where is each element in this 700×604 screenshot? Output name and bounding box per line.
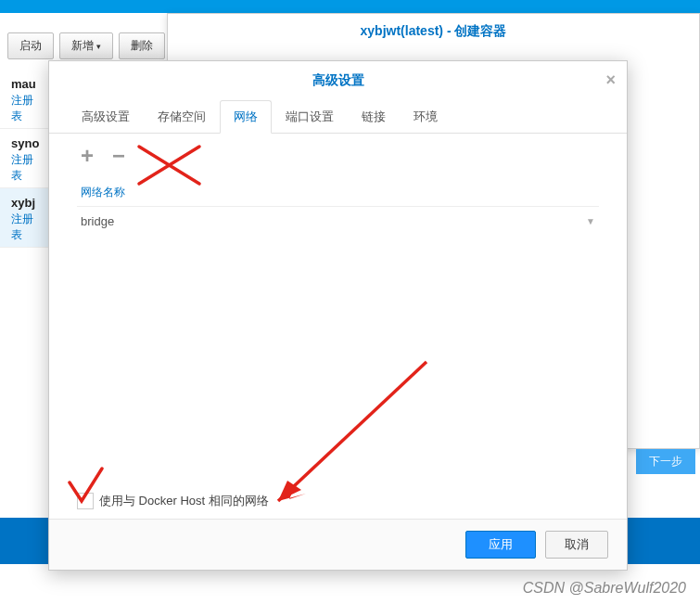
checkbox[interactable] — [77, 493, 94, 509]
item-sub: 注册表 — [11, 93, 37, 124]
watermark: CSDN @SabreWulf2020 — [523, 580, 686, 597]
advanced-settings-dialog: 高级设置 × 高级设置 存储空间 网络 端口设置 链接 环境 + − 网络名称 … — [48, 60, 628, 571]
cancel-button[interactable]: 取消 — [545, 531, 608, 559]
app-top-bar — [0, 0, 700, 13]
network-row[interactable]: bridge ▼ — [77, 207, 599, 236]
tab-links[interactable]: 链接 — [348, 100, 400, 134]
image-list: mau 注册表 syno 注册表 xybj 注册表 — [0, 70, 48, 248]
tab-advanced[interactable]: 高级设置 — [68, 100, 144, 134]
item-sub: 注册表 — [11, 152, 37, 184]
start-button[interactable]: 启动 — [7, 32, 54, 59]
plus-icon[interactable]: + — [77, 148, 97, 168]
tab-ports[interactable]: 端口设置 — [272, 100, 348, 134]
column-header-network: 网络名称 — [77, 179, 599, 207]
add-remove-bar: + − — [77, 148, 599, 168]
dialog-footer: 应用 取消 — [49, 519, 627, 570]
list-item[interactable]: mau 注册表 — [0, 70, 48, 129]
checkbox-label: 使用与 Docker Host 相同的网络 — [99, 493, 269, 509]
main-toolbar: 启动 新增 删除 — [7, 32, 165, 59]
chevron-down-icon[interactable]: ▼ — [586, 216, 595, 226]
host-network-option[interactable]: 使用与 Docker Host 相同的网络 — [77, 493, 269, 509]
item-title: xybj — [11, 196, 37, 210]
list-item[interactable]: syno 注册表 — [0, 129, 48, 188]
dialog-header: 高级设置 × — [49, 61, 627, 100]
network-name: bridge — [81, 214, 114, 228]
apply-button[interactable]: 应用 — [465, 531, 536, 559]
tab-content: + − 网络名称 bridge ▼ — [49, 134, 627, 250]
tab-bar: 高级设置 存储空间 网络 端口设置 链接 环境 — [49, 100, 627, 134]
tab-network[interactable]: 网络 — [220, 100, 272, 134]
item-title: mau — [11, 77, 37, 91]
delete-button[interactable]: 删除 — [119, 32, 165, 59]
list-item[interactable]: xybj 注册表 — [0, 188, 48, 248]
close-icon[interactable]: × — [605, 71, 616, 90]
next-step-button[interactable]: 下一步 — [636, 449, 695, 474]
item-sub: 注册表 — [11, 212, 37, 243]
dialog-title: xybjwt(latest) - 创建容器 — [168, 14, 699, 49]
tab-storage[interactable]: 存储空间 — [144, 100, 220, 134]
add-button[interactable]: 新增 — [59, 32, 113, 59]
tab-env[interactable]: 环境 — [400, 100, 452, 134]
minus-icon[interactable]: − — [108, 148, 129, 168]
item-title: syno — [11, 136, 37, 150]
dialog-title: 高级设置 — [312, 72, 364, 87]
